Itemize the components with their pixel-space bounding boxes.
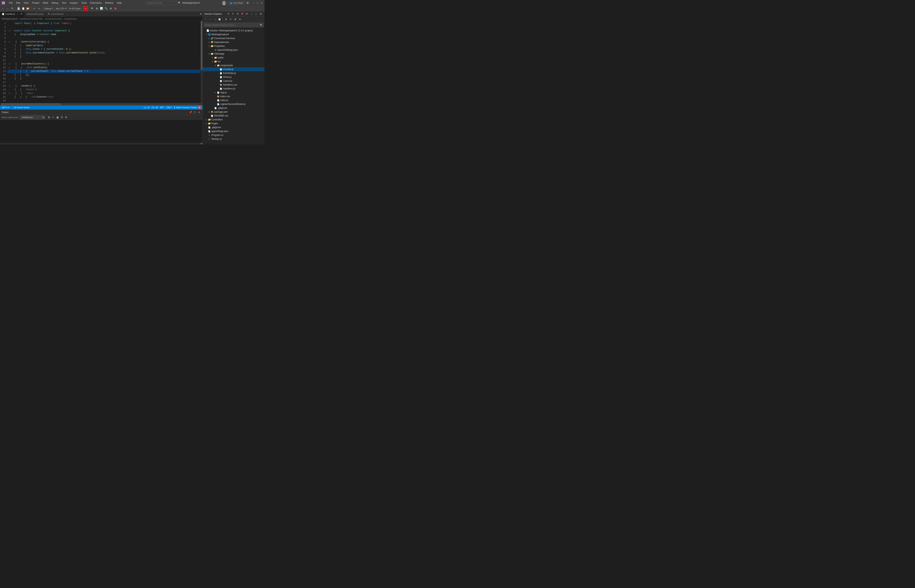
- tree-item-pages[interactable]: ► 📁 Pages: [203, 121, 265, 125]
- menu-file[interactable]: File: [7, 1, 14, 5]
- output-scrollbar[interactable]: [0, 143, 202, 144]
- settings-icon[interactable]: ⚙: [246, 2, 249, 5]
- tab-counter-js-pin[interactable]: 📌: [20, 13, 23, 15]
- se-save-button[interactable]: 💾: [217, 17, 221, 21]
- tree-item-index-js[interactable]: 📄 index.js: [203, 99, 265, 102]
- se-home-button[interactable]: ⌂: [213, 17, 217, 21]
- h-scrollbar-track[interactable]: [1, 103, 202, 105]
- tab-current-count[interactable]: 🔧 currentCount: [46, 11, 66, 17]
- tree-item-controllers[interactable]: ► 📁 Controllers: [203, 118, 265, 121]
- tree-item-layout-js[interactable]: 📄 Layout.js: [203, 79, 265, 83]
- breadcrumb-part-3[interactable]: currentCount: [64, 18, 77, 20]
- se-dock-button[interactable]: ⊞: [259, 12, 263, 16]
- add-to-source-button[interactable]: ⬆ Add to Source Control 1: [174, 106, 201, 109]
- tree-item-public[interactable]: ► 📁 public: [203, 56, 265, 60]
- zoom-status[interactable]: 100 % ▾: [2, 106, 10, 109]
- save-all-button[interactable]: 📋: [21, 6, 25, 11]
- se-refresh-button[interactable]: ↻: [231, 12, 235, 16]
- tab-counter-js-close[interactable]: ✕: [16, 13, 19, 15]
- se-close-button[interactable]: ─: [249, 12, 254, 16]
- code-editor[interactable]: 12345 678910 1112131415 1617181920 21222…: [0, 21, 202, 103]
- tree-item-connected-services[interactable]: ► 🔗 Connected Services: [203, 36, 265, 40]
- output-settings-button[interactable]: ⚙: [64, 115, 68, 119]
- breadcrumb-part-2[interactable]: incrementCounter: [45, 18, 62, 20]
- toolbar-extra-6[interactable]: 🔖: [113, 6, 118, 11]
- output-close-button[interactable]: ✕: [197, 110, 201, 114]
- global-search-input[interactable]: [145, 1, 176, 5]
- menu-build[interactable]: Build: [41, 1, 50, 5]
- tab-increment-counter[interactable]: incrementCounter: [25, 11, 46, 17]
- se-search-input[interactable]: [204, 23, 259, 27]
- platform-dropdown[interactable]: Any CPU ▾: [54, 6, 68, 11]
- tree-item-components[interactable]: ▾ 📁 components: [203, 63, 265, 67]
- menu-project[interactable]: Project: [31, 1, 41, 5]
- se-collapse-tree-button[interactable]: ⊠: [233, 17, 238, 21]
- tree-item-startup-cs[interactable]: C Startup.cs: [203, 137, 265, 141]
- tab-counter-js[interactable]: 📄 Counter.js ✕ 📌: [0, 11, 25, 17]
- tree-item-webapp4[interactable]: ▾ 🌐 WebApplication4: [203, 32, 265, 36]
- tree-item-home-js[interactable]: 📄 Home.js: [203, 75, 265, 79]
- toolbar-extra-3[interactable]: 📊: [99, 6, 103, 11]
- toolbar-extra-5[interactable]: ⊕: [108, 6, 113, 11]
- se-refresh-tree-button[interactable]: ↻: [228, 17, 233, 21]
- editor-scrollbar-thumb[interactable]: [201, 21, 202, 70]
- se-settings-button[interactable]: ⚙: [245, 12, 249, 16]
- forward-button[interactable]: →: [5, 6, 10, 11]
- menu-help[interactable]: Help: [115, 1, 123, 5]
- output-clear-button[interactable]: ⊠: [47, 115, 51, 119]
- tree-item-register-sw[interactable]: 📄 registerServiceWorker.js: [203, 102, 265, 106]
- tree-item-navmenu-css[interactable]: 🎨 NavMenu.css: [203, 83, 265, 87]
- avatar[interactable]: [222, 1, 226, 5]
- tree-item-app-js[interactable]: ► 📄 App.js: [203, 90, 265, 94]
- debug-config-dropdown[interactable]: Debug ▾: [43, 6, 54, 11]
- tree-item-readme[interactable]: 📄 README.md: [203, 114, 265, 118]
- tree-item-package-json[interactable]: ► 📦 package.json: [203, 110, 265, 114]
- close-button[interactable]: ✕: [260, 2, 263, 5]
- tab-scroll-down[interactable]: ▾: [199, 12, 202, 16]
- tree-item-launchsettings[interactable]: ⚙ launchSettings.json: [203, 48, 265, 52]
- toolbar-extra-2[interactable]: ⊞: [95, 6, 99, 11]
- menu-window[interactable]: Window: [103, 1, 115, 5]
- menu-debug[interactable]: Debug: [50, 1, 60, 5]
- menu-edit[interactable]: Edit: [15, 1, 22, 5]
- h-scrollbar-thumb[interactable]: [1, 103, 61, 105]
- menu-tools[interactable]: Tools: [80, 1, 88, 5]
- menu-analyze[interactable]: Analyze: [68, 1, 79, 5]
- tree-item-gitignore-client[interactable]: 📄 .gitignore: [203, 106, 265, 110]
- back-button[interactable]: ←: [1, 6, 5, 11]
- se-collapse-all-button[interactable]: ⊟: [235, 12, 240, 16]
- live-share-button[interactable]: 👥 Live Share: [228, 1, 245, 5]
- se-pin-button[interactable]: 📌: [240, 12, 244, 16]
- output-wrap-button[interactable]: ↵: [51, 115, 55, 119]
- toolbar-extra-1[interactable]: ⚑: [90, 6, 94, 11]
- tree-item-properties[interactable]: ▾ 📁 Properties: [203, 44, 265, 48]
- se-show-all-button[interactable]: 👁: [238, 17, 242, 21]
- run-button[interactable]: ▶ IIS Expre...: [68, 6, 84, 11]
- breadcrumb-part-0[interactable]: WebApplication4: [2, 18, 18, 20]
- tree-item-dependencies[interactable]: ► 📦 Dependencies: [203, 40, 265, 44]
- redo-button[interactable]: ↪: [37, 6, 41, 11]
- open-file-button[interactable]: 📂: [26, 6, 30, 11]
- output-v-scrollbar[interactable]: [200, 143, 202, 144]
- tree-item-program-cs[interactable]: C Program.cs: [203, 133, 265, 137]
- tree-item-solution[interactable]: 📄 Solution 'WebApplication4' (1 of 1 pro…: [203, 29, 265, 32]
- tree-item-src[interactable]: ▾ 📁 src: [203, 60, 265, 63]
- output-pin-button[interactable]: 📌: [189, 110, 192, 114]
- tree-item-counter-js[interactable]: 📄 Counter.js: [203, 67, 265, 71]
- tree-item-gitignore-root[interactable]: 📄 .gitignore: [203, 125, 265, 129]
- tree-item-appsettings[interactable]: 📄 appsettings.json: [203, 129, 265, 133]
- editor-scrollbar[interactable]: [200, 21, 202, 103]
- show-from-dropdown[interactable]: IntelliSense: [20, 115, 45, 119]
- tree-item-clientapp[interactable]: ▾ 📁 ClientApp: [203, 52, 265, 56]
- horizontal-scrollbar[interactable]: [0, 103, 202, 105]
- se-maximize-button[interactable]: □: [254, 12, 258, 16]
- se-back-button[interactable]: ←: [204, 17, 208, 21]
- maximize-button[interactable]: □: [256, 2, 259, 5]
- run-dropdown-button[interactable]: ▾: [84, 6, 88, 11]
- se-forward-button[interactable]: →: [208, 17, 212, 21]
- breadcrumb-part-1[interactable]: JavaScript Content Files: [20, 18, 43, 20]
- se-sync-button[interactable]: ⇅: [226, 12, 230, 16]
- toolbar-extra-4[interactable]: 🔧: [104, 6, 108, 11]
- tree-item-navmenu-js[interactable]: 📄 NavMenu.js: [203, 87, 265, 90]
- output-scroll-lock-button[interactable]: 🔒: [56, 115, 60, 119]
